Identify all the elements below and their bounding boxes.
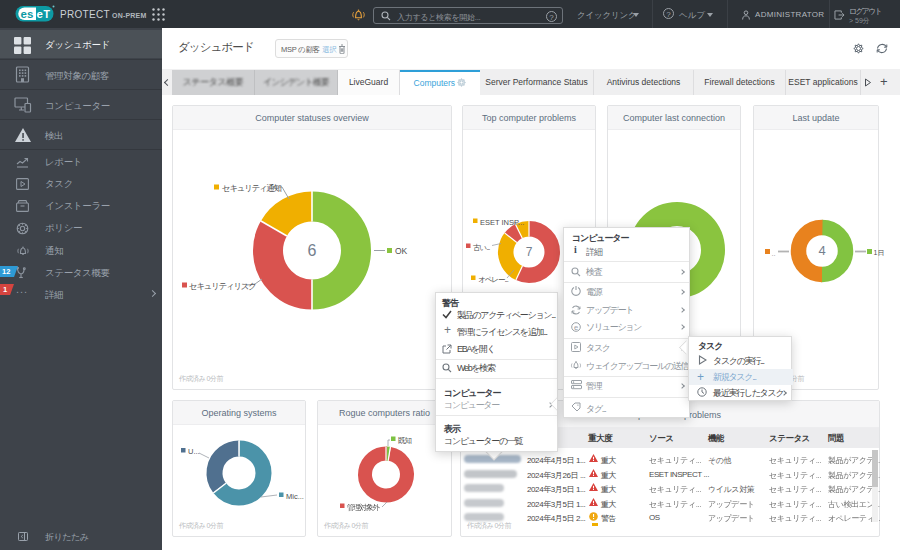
svg-text:Mic...: Mic... — [286, 492, 304, 501]
svg-text:es: es — [21, 8, 34, 20]
svg-text:セキュリティリスク: セキュリティリスク — [189, 281, 256, 291]
svg-text:ESET INSP...: ESET INSP... — [480, 218, 524, 227]
svg-text:U...: U... — [188, 447, 200, 456]
svg-text:セキュリティ通知: セキュリティ通知 — [222, 183, 282, 193]
svg-text:管理対象外: 管理対象外 — [347, 503, 380, 512]
svg-text:T: T — [44, 8, 51, 20]
svg-text:OK: OK — [395, 246, 408, 256]
svg-text:..: .. — [772, 249, 776, 258]
svg-text:e: e — [37, 8, 43, 20]
svg-text:e: e — [574, 323, 578, 332]
svg-text:1日: 1日 — [874, 249, 885, 257]
svg-text:古い...: 古い... — [473, 243, 490, 252]
svg-text:オペレー...: オペレー... — [478, 275, 509, 284]
svg-text:既知: 既知 — [398, 436, 412, 445]
svg-text:7: 7 — [526, 245, 533, 259]
svg-text:4: 4 — [818, 243, 825, 258]
svg-text:6: 6 — [308, 242, 317, 259]
